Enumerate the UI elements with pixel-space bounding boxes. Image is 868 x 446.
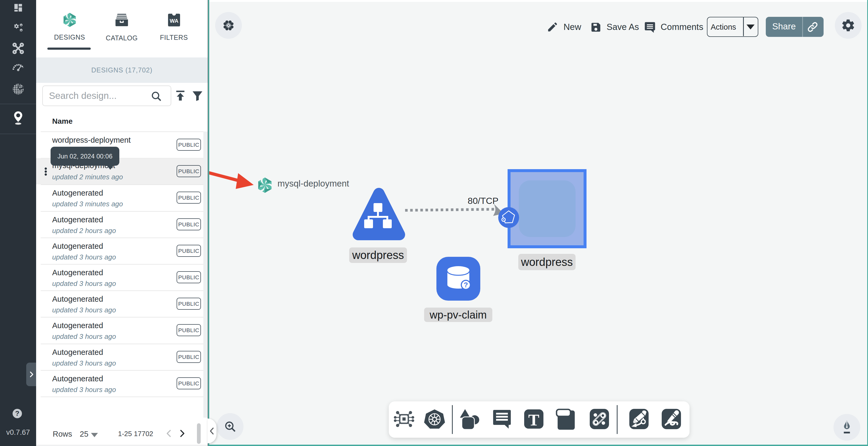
svg-text:?: ?	[464, 281, 468, 289]
svg-text:WA: WA	[169, 18, 179, 24]
svg-text:T: T	[528, 411, 539, 429]
